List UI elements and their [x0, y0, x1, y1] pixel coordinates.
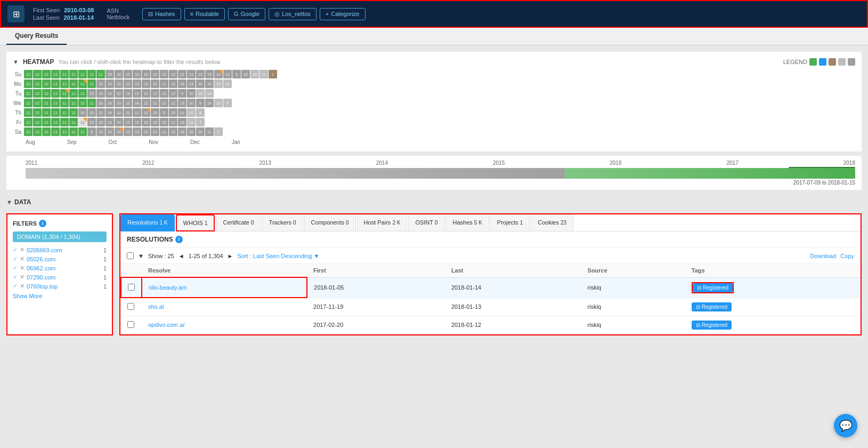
- categorize-button[interactable]: + Categorize: [320, 8, 366, 20]
- tab-query-results[interactable]: Query Results: [6, 28, 67, 45]
- hm-cell[interactable]: 11: [87, 70, 96, 78]
- hm-cell[interactable]: 1: [269, 70, 277, 78]
- tab-host-pairs[interactable]: Host Pairs 2 K: [357, 214, 408, 231]
- data-section-header: ▼ DATA: [6, 194, 862, 210]
- hm-cell[interactable]: 9: [232, 70, 241, 78]
- legend: LEGEND: [783, 58, 855, 66]
- row-resolve-1: nilo-beauty.am: [142, 277, 307, 298]
- filter-domain-2[interactable]: 05026.com: [27, 256, 101, 262]
- top-bar-buttons: ⊟ Hashes ≡ Routable G Google ◎ Los_netto…: [142, 8, 365, 20]
- timeline-date-range: 2017-07-09 to 2018-01-15: [13, 180, 855, 186]
- hm-cell[interactable]: 10: [241, 70, 250, 78]
- heatmap-row-tu: Tu 12 12 12 11 11 11 11 10 10 10 12 14: [13, 89, 855, 98]
- data-title: DATA: [14, 194, 31, 210]
- tab-cookies[interactable]: Cookies 23: [531, 214, 573, 231]
- hm-cell[interactable]: 10: [124, 70, 132, 78]
- main-content: ▼ HEATMAP You can click / shift-click th…: [0, 45, 868, 342]
- th-tags: Tags: [685, 264, 861, 277]
- hashes-button[interactable]: ⊟ Hashes: [142, 8, 181, 20]
- resolve-link-1[interactable]: nilo-beauty.am: [149, 284, 186, 291]
- hm-cell[interactable]: 12: [24, 70, 33, 78]
- hm-cell[interactable]: 10: [115, 70, 123, 78]
- sidebar-filters: FILTERS i DOMAIN (1,304 / 1,304) ✓ ✕ 020…: [6, 213, 113, 335]
- row-checkbox-cell: [121, 316, 142, 334]
- hm-cell[interactable]: 11: [51, 70, 60, 78]
- registered-tag-1[interactable]: ⊟ Registered: [693, 283, 733, 292]
- table-row: opdivo.com.ar 2017-02-20 2018-01-12 risk…: [121, 316, 861, 334]
- th-first: First: [307, 264, 445, 277]
- registered-tag-3[interactable]: ⊟ Registered: [692, 321, 732, 330]
- tab-hashes[interactable]: Hashes 5 K: [445, 214, 489, 231]
- filter-domain-4[interactable]: 07290.com: [27, 274, 101, 281]
- table-row: sho.al 2017-11-19 2018-01-13 riskiq ⊟ Re…: [121, 298, 861, 316]
- hm-cell[interactable]: 13: [214, 70, 223, 78]
- hm-cell[interactable]: 11: [259, 70, 268, 78]
- filter-domain-3[interactable]: 06962.com: [27, 265, 101, 271]
- select-all-checkbox[interactable]: [127, 252, 134, 259]
- heatmap-row-we: We 12 12 11 11 11 11 12 11 10 10 10 12: [13, 99, 855, 107]
- filter-domain-1[interactable]: 0206669.com: [27, 247, 101, 253]
- tab-components[interactable]: Components 0: [304, 214, 356, 231]
- year-labels: 2011 2012 2013 2014 2015 2016 2017 2018: [13, 160, 855, 166]
- first-seen-value: 2010-03-08: [64, 7, 94, 13]
- tab-projects[interactable]: Projects 1: [490, 214, 530, 231]
- show-count: Show : 25: [148, 253, 174, 259]
- copy-button[interactable]: Copy: [840, 253, 854, 259]
- timeline-bar[interactable]: [26, 168, 855, 179]
- row-tags-1: ⊟ Registered: [685, 277, 861, 298]
- hm-cell[interactable]: 10: [142, 70, 150, 78]
- tab-whois[interactable]: WHOIS 1: [176, 214, 215, 231]
- hm-cell[interactable]: 12: [151, 70, 159, 78]
- legend-blue: [819, 58, 826, 66]
- first-seen-label: First Seen: [33, 7, 60, 13]
- sort-selector[interactable]: Sort : Last Seen Descending ▼: [237, 253, 319, 259]
- los-nettos-button[interactable]: ◎ Los_nettos: [269, 8, 317, 20]
- resolve-link-2[interactable]: sho.al: [148, 303, 164, 310]
- hm-cell[interactable]: 12: [178, 70, 186, 78]
- row-checkbox-1[interactable]: [128, 284, 135, 291]
- routable-button[interactable]: ≡ Routable: [184, 8, 225, 20]
- row-checkbox-2[interactable]: [127, 303, 134, 310]
- data-section: FILTERS i DOMAIN (1,304 / 1,304) ✓ ✕ 020…: [6, 213, 862, 335]
- hm-cell[interactable]: 10: [133, 70, 141, 78]
- row-first-1: 2018-01-05: [307, 277, 445, 298]
- table-header-row: Resolve First Last Source Tags: [121, 264, 861, 277]
- timeline-selection: [789, 167, 855, 168]
- registered-tag-2[interactable]: ⊟ Registered: [692, 302, 732, 311]
- registered-tag-container-1: ⊟ Registered: [692, 282, 734, 293]
- tab-osint[interactable]: OSINT 0: [408, 214, 444, 231]
- download-button[interactable]: Download: [810, 253, 836, 259]
- hm-cell[interactable]: 11: [96, 70, 105, 78]
- hm-cell[interactable]: 12: [223, 70, 232, 78]
- tab-bar: Query Results: [0, 28, 868, 45]
- tab-resolutions[interactable]: Resolutions 1 K: [120, 214, 175, 231]
- row-resolve-3: opdivo.com.ar: [142, 316, 307, 334]
- show-more-button[interactable]: Show More: [13, 293, 107, 299]
- th-resolve: Resolve: [142, 264, 307, 277]
- row-resolve-2: sho.al: [142, 298, 307, 316]
- hm-cell[interactable]: 13: [160, 70, 168, 78]
- resolve-link-3[interactable]: opdivo.com.ar: [148, 322, 185, 328]
- filter-domain-5[interactable]: 0760top.top: [27, 283, 101, 290]
- hm-cell[interactable]: 10: [106, 70, 114, 78]
- hm-cell[interactable]: 13: [205, 70, 214, 78]
- heatmap-grid: Su 12 12 12 11 11 11 11 11 11 10 10: [13, 70, 855, 145]
- resolutions-table: Resolve First Last Source Tags ni: [120, 264, 861, 334]
- hm-cell[interactable]: 11: [78, 70, 87, 78]
- hm-cell[interactable]: 11: [60, 70, 69, 78]
- hm-cell[interactable]: 12: [196, 70, 205, 78]
- tab-certificate[interactable]: Certificate 0: [216, 214, 261, 231]
- hm-cell[interactable]: 11: [187, 70, 196, 78]
- hm-cell[interactable]: 12: [33, 70, 42, 78]
- row-checkbox-cell: [121, 277, 142, 298]
- google-button[interactable]: G Google: [228, 8, 265, 20]
- hm-cell[interactable]: 12: [42, 70, 51, 78]
- hm-cell[interactable]: 11: [69, 70, 78, 78]
- filters-info-icon: i: [39, 220, 46, 227]
- tab-trackers[interactable]: Trackers 0: [262, 214, 303, 231]
- heatmap-header: ▼ HEATMAP You can click / shift-click th…: [13, 58, 855, 66]
- hm-cell[interactable]: 10: [250, 70, 259, 78]
- hm-cell[interactable]: 12: [169, 70, 177, 78]
- th-source: Source: [581, 264, 685, 277]
- row-checkbox-3[interactable]: [127, 321, 134, 328]
